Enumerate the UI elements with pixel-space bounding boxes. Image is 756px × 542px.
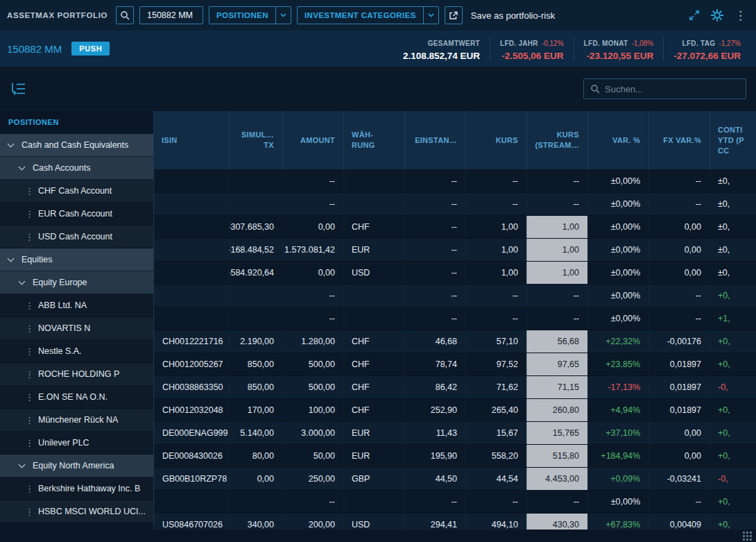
more-menu-button[interactable]: ⋮ — [734, 10, 746, 22]
tree-item-label: Cash and Cash Equivalents — [22, 140, 132, 150]
kebab-icon[interactable]: ⋮ — [25, 232, 30, 242]
table-row[interactable]: -307.685,300,00CHF--1,001,00±0,00%0,00±0… — [154, 216, 756, 239]
chevron-down-icon[interactable] — [19, 278, 26, 285]
tree-item[interactable]: ⋮ABB Ltd. NA — [0, 294, 153, 317]
chevron-down-icon[interactable] — [8, 140, 15, 147]
tree-item[interactable]: ⋮Unilever PLC — [0, 432, 153, 455]
chevron-down-icon[interactable] — [19, 461, 26, 468]
cell-fx: -0,03241 — [648, 468, 710, 490]
tree-item[interactable]: ⋮E.ON SE NA O.N. — [0, 386, 153, 409]
tree-item[interactable]: ⋮ROCHE HOLDING P — [0, 363, 153, 386]
table-row[interactable]: DE000ENAG9995.140,003.000,00EUR11,4315,6… — [154, 422, 756, 445]
cell-amount: 3.000,00 — [282, 422, 343, 444]
open-external-button[interactable] — [445, 6, 463, 24]
column-header-kurs[interactable]: KURS — [465, 111, 526, 169]
column-header-amount[interactable]: AMOUNT — [282, 111, 343, 169]
kebab-icon[interactable]: ⋮ — [25, 438, 30, 448]
tree-item[interactable]: ⋮USD Cash Account — [0, 226, 153, 248]
grid-body: --------±0,00%--±0,--------±0,00%--±0,-3… — [154, 170, 756, 542]
cell-isin — [154, 285, 229, 307]
table-row[interactable]: --------±0,00%--+0, — [154, 491, 756, 514]
cell-kurs: 1,00 — [465, 239, 526, 261]
column-header-var[interactable]: VAR. % — [587, 111, 648, 169]
cell-isin — [154, 216, 229, 238]
column-header-isin[interactable]: ISIN — [154, 111, 229, 169]
positions-content: POSITIONEN Cash and Cash EquivalentsCash… — [0, 111, 756, 542]
vertical-ellipsis-icon: ⋮ — [734, 10, 746, 22]
table-row[interactable]: CH00122217162.190,001.280,00CHF46,6857,1… — [154, 330, 756, 353]
kebab-icon[interactable]: ⋮ — [25, 415, 30, 425]
table-row[interactable]: DE000843002680,0050,00EUR195,90558,20515… — [154, 445, 756, 468]
table-row[interactable]: CH0012032048170,00100,00CHF252,90265,402… — [154, 399, 756, 422]
table-row[interactable]: GB00B10RZP780,00250,00GBP44,5044,544.453… — [154, 468, 756, 491]
tree-group[interactable]: Equity North America — [0, 455, 153, 477]
tree-menu-button[interactable] — [10, 82, 26, 96]
portfolio-search-button[interactable] — [116, 6, 134, 24]
table-search-box — [583, 78, 746, 99]
cell-contrib: ±0, — [710, 170, 756, 192]
kebab-icon[interactable]: ⋮ — [25, 209, 30, 219]
chevron-down-icon[interactable] — [8, 255, 15, 262]
tree-item[interactable]: ⋮Nestle S.A. — [0, 340, 153, 363]
kebab-icon[interactable]: ⋮ — [25, 369, 30, 380]
cell-stream: 15,765 — [526, 422, 587, 444]
cell-contrib: ±0, — [710, 262, 756, 284]
cell-fx: -- — [648, 307, 710, 330]
cell-stream: -- — [526, 170, 587, 192]
cell-fx: 0,00 — [648, 422, 710, 444]
kebab-icon[interactable]: ⋮ — [25, 484, 30, 494]
kebab-icon[interactable]: ⋮ — [25, 507, 30, 517]
table-row[interactable]: --------±0,00%--±0, — [154, 170, 756, 193]
cell-simul: 170,00 — [229, 399, 282, 421]
cell-einstand: 195,90 — [404, 445, 465, 467]
column-header-ccy[interactable]: WÄH-RUNG — [343, 111, 404, 169]
table-row[interactable]: --------±0,00%--±0, — [154, 193, 756, 216]
portfolio-input[interactable]: 150882 MM — [139, 6, 203, 24]
table-row[interactable]: CH0038863350850,00500,00CHF86,4271,6271,… — [154, 376, 756, 399]
column-header-fx[interactable]: FX VAR.% — [648, 111, 710, 169]
resize-grip-icon[interactable] — [742, 531, 753, 541]
tree-item[interactable]: ⋮EUR Cash Account — [0, 203, 153, 226]
table-row[interactable]: --------±0,00%--+1, — [154, 307, 756, 330]
tree-item[interactable]: ⋮Berkshire Hathaway Inc. B — [0, 477, 153, 500]
kebab-icon[interactable]: ⋮ — [25, 392, 30, 403]
positionen-dropdown[interactable]: POSITIONEN — [209, 6, 291, 24]
column-header-einstand[interactable]: EINSTAN… — [404, 111, 465, 169]
column-header-contrib[interactable]: CONTIYTD (PCC — [710, 111, 756, 169]
investment-categories-dropdown[interactable]: INVESTMENT CATEGORIES — [297, 6, 439, 24]
column-header-simul[interactable]: SIMUL…TX — [229, 111, 282, 169]
table-row[interactable]: -168.484,521.573.081,42EUR--1,001,00±0,0… — [154, 239, 756, 262]
cell-isin: DE0008430026 — [154, 445, 229, 467]
column-header-stream[interactable]: KURS(STREAM… — [526, 111, 587, 169]
cell-simul: -307.685,30 — [229, 216, 282, 238]
chevron-down-icon[interactable] — [19, 163, 26, 170]
kebab-icon[interactable]: ⋮ — [25, 300, 30, 311]
table-row[interactable]: -584.920,640,00USD--1,001,00±0,00%0,00±0… — [154, 262, 756, 285]
cell-fx: 0,00 — [648, 262, 710, 284]
tree-item-label: Equity Europe — [33, 278, 92, 287]
tree-item[interactable]: ⋮CHF Cash Account — [0, 180, 153, 203]
kebab-icon[interactable]: ⋮ — [25, 186, 30, 196]
tree-item[interactable]: ⋮HSBC MSCI WORLD UCI... — [0, 500, 153, 523]
table-row[interactable]: CH0012005267850,00500,00CHF78,7497,5297,… — [154, 353, 756, 376]
table-row[interactable]: --------±0,00%--+0, — [154, 285, 756, 307]
tree-item[interactable]: ⋮NOVARTIS N — [0, 317, 153, 340]
expand-button[interactable] — [689, 10, 700, 21]
tree-item-label: E.ON SE NA O.N. — [38, 392, 112, 402]
kebab-icon[interactable]: ⋮ — [25, 346, 30, 357]
kebab-icon[interactable]: ⋮ — [25, 323, 30, 334]
investment-categories-dropdown-label: INVESTMENT CATEGORIES — [298, 7, 423, 24]
cell-contrib: ±0, — [710, 239, 756, 261]
push-badge[interactable]: PUSH — [71, 42, 110, 56]
tree-group[interactable]: Cash and Cash Equivalents — [0, 134, 153, 157]
metric-percent: -1,27% — [719, 40, 741, 47]
search-input[interactable] — [605, 84, 739, 94]
metric-value: 2.108.852,74 EUR — [403, 51, 480, 61]
tree-group[interactable]: Cash Accounts — [0, 157, 153, 180]
settings-button[interactable] — [711, 9, 723, 22]
cell-einstand: -- — [404, 285, 465, 307]
tree-group[interactable]: Equities — [0, 248, 153, 271]
cell-kurs: 71,62 — [465, 376, 526, 398]
tree-item[interactable]: ⋮Münchener Rück NA — [0, 409, 153, 432]
tree-group[interactable]: Equity Europe — [0, 271, 153, 294]
